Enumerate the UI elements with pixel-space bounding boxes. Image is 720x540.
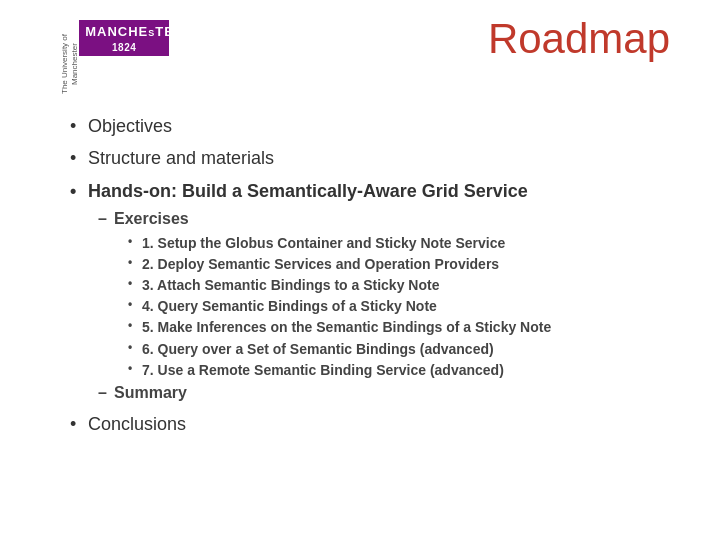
logo-box: MANCHEsTER 1824 xyxy=(79,20,169,56)
bullet-conclusions: Conclusions xyxy=(70,412,680,436)
university-side-text: The University of Manchester xyxy=(60,24,79,104)
slide-title: Roadmap xyxy=(169,15,680,63)
exercise-3: 3. Attach Semantic Bindings to a Sticky … xyxy=(128,276,680,294)
sub-exercises: Exercises 1. Setup the Globus Container … xyxy=(98,209,680,379)
logo-area: MANCHEsTER 1824 xyxy=(79,20,169,56)
exercise-7: 7. Use a Remote Semantic Binding Service… xyxy=(128,361,680,379)
exercise-1: 1. Setup the Globus Container and Sticky… xyxy=(128,234,680,252)
logo-wrapper: The University of Manchester MANCHEsTER … xyxy=(60,20,169,104)
exercise-5: 5. Make Inferences on the Semantic Bindi… xyxy=(128,318,680,336)
header: The University of Manchester MANCHEsTER … xyxy=(60,20,680,104)
logo-year: 1824 xyxy=(85,41,163,54)
summary-label: Summary xyxy=(114,384,187,401)
sub-summary: Summary xyxy=(98,383,680,404)
main-bullet-list: Objectives Structure and materials Hands… xyxy=(70,114,680,436)
sub-sub-list: 1. Setup the Globus Container and Sticky… xyxy=(128,234,680,379)
content-area: Objectives Structure and materials Hands… xyxy=(60,114,680,436)
sub-list: Exercises 1. Setup the Globus Container … xyxy=(98,209,680,404)
slide: The University of Manchester MANCHEsTER … xyxy=(0,0,720,540)
exercise-4: 4. Query Semantic Bindings of a Sticky N… xyxy=(128,297,680,315)
bullet-structure: Structure and materials xyxy=(70,146,680,170)
bullet-handson: Hands-on: Build a Semantically-Aware Gri… xyxy=(70,179,680,404)
bullet-objectives: Objectives xyxy=(70,114,680,138)
logo-manchester: MANCHEsTER xyxy=(85,24,163,41)
exercises-label: Exercises xyxy=(114,210,189,227)
exercise-6: 6. Query over a Set of Semantic Bindings… xyxy=(128,340,680,358)
exercise-2: 2. Deploy Semantic Services and Operatio… xyxy=(128,255,680,273)
